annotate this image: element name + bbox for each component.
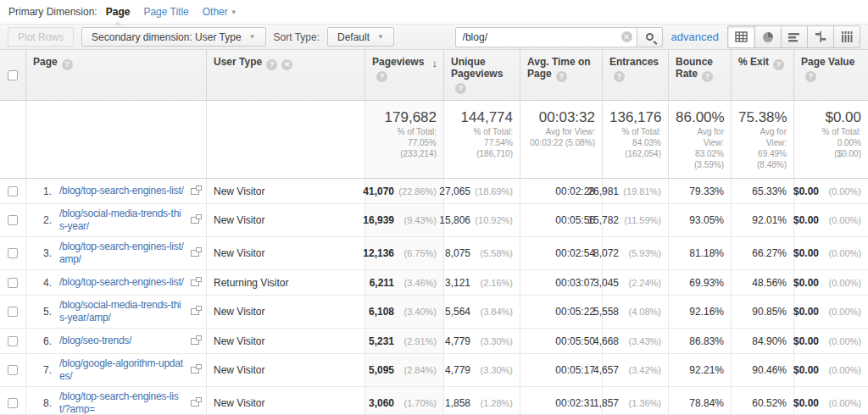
user-type-cell: New Visitor [206,204,364,236]
help-icon[interactable]: ? [805,71,816,82]
table-row: 5. /blog/social-media-trends-this-year/a… [0,296,868,329]
sort-descending-icon[interactable]: ↓ [432,58,438,69]
unique-pageviews-cell: 3,121 (2.16%) [443,270,520,295]
bounce-rate-cell: 81.18% [668,237,731,269]
comparison-view-icon [815,31,826,42]
search-box: ✕ [455,27,663,47]
percentage-view-icon [762,31,774,43]
secondary-dimension-button[interactable]: Secondary dimension: User Type▼ [81,27,265,47]
page-link[interactable]: /blog/top-search-engines-list/amp/ [59,241,185,266]
row-checkbox[interactable] [8,278,18,288]
clear-search-icon[interactable]: ✕ [621,31,632,42]
total-exit: 75.38% Avg for View: 69.49% (8.48%) [731,101,793,178]
help-icon[interactable]: ? [455,83,466,94]
help-icon[interactable]: ? [773,59,784,70]
select-all-checkbox[interactable] [8,70,18,80]
comparison-view-button[interactable] [807,26,833,47]
row-checkbox[interactable] [8,307,18,317]
column-header-entrances[interactable]: Entrances? [602,50,668,100]
primary-dimension-page[interactable]: Page [106,6,131,18]
open-page-icon[interactable] [191,400,199,407]
help-icon[interactable]: ? [614,71,625,82]
primary-dimension-label: Primary Dimension: [8,6,97,18]
advanced-search-link[interactable]: advanced [671,30,719,43]
column-header-unique-pageviews[interactable]: Unique Pageviews? [443,50,520,100]
open-page-icon[interactable] [191,308,199,315]
exit-cell: 90.46% [731,354,793,386]
open-page-icon[interactable] [191,367,199,374]
total-unique-pageviews: 144,774 % of Total: 77.54% (186,710) [443,101,520,178]
pageviews-cell: 5,231 (2.91%) [364,329,443,353]
unique-pageviews-cell: 5,564 (3.84%) [443,296,520,328]
help-icon[interactable]: ? [62,59,73,70]
page-link[interactable]: /blog/top-search-engines-list/ [59,276,184,289]
primary-dimension-page-title[interactable]: Page Title [143,6,188,18]
sort-type-button[interactable]: Default▼ [327,27,394,47]
table-row: 6. /blog/seo-trends/ New Visitor 5,231 (… [0,329,868,354]
column-header-page[interactable]: Page? [25,50,206,100]
user-type-cell: New Visitor [206,354,364,386]
page-link[interactable]: /blog/social-media-trends-this-year/ [59,208,185,233]
percentage-view-button[interactable] [754,26,781,47]
avg-time-cell: 00:02:54 [520,237,602,269]
table-row: 8. /blog/top-search-engines-list/?amp= N… [0,387,868,415]
total-pageviews: 179,682 % of Total: 77.05% (233,214) [364,101,443,178]
entrances-cell: 8,072 (5.93%) [602,237,668,269]
open-page-icon[interactable] [191,338,199,345]
total-avg-time: 00:03:32 Avg for View: 00:03:22 (5.08%) [520,101,602,178]
row-checkbox[interactable] [8,248,18,258]
help-icon[interactable]: ? [702,71,713,82]
page-link[interactable]: /blog/top-search-engines-list/ [59,185,184,197]
chevron-down-icon: ▼ [249,33,256,41]
page-link[interactable]: /blog/social-media-trends-this-year/amp/ [59,299,185,324]
row-checkbox[interactable] [8,215,18,225]
table-header-row: Page? User Type?✕ Pageviews?↓ Unique Pag… [0,50,868,101]
column-header-exit[interactable]: % Exit? [731,50,793,100]
table-view-button[interactable] [728,26,754,47]
page-value-cell: $0.00 (0.00%) [793,204,868,236]
entrances-cell: 4,657 (3.42%) [602,354,668,386]
open-page-icon[interactable] [191,250,199,257]
search-input[interactable] [455,27,637,47]
bounce-rate-cell: 92.21% [668,354,731,386]
plot-rows-button[interactable]: Plot Rows [8,27,74,47]
pageviews-cell: 5,095 (2.84%) [364,354,443,386]
page-link[interactable]: /blog/top-search-engines-list/?amp= [59,390,185,415]
sort-type-label: Sort Type: [274,31,320,43]
entrances-cell: 1,857 (1.36%) [602,387,668,415]
row-number: 6. [33,335,52,347]
user-type-cell: New Visitor [206,179,364,203]
table-row: 7. /blog/google-algorithm-updates/ New V… [0,354,868,387]
column-header-avg-time[interactable]: Avg. Time on Page? [520,50,602,100]
page-link[interactable]: /blog/seo-trends/ [59,335,131,347]
exit-cell: 48.56% [731,270,793,295]
pivot-view-button[interactable] [833,26,860,47]
row-number: 2. [33,214,52,226]
unique-pageviews-cell: 4,779 (3.30%) [443,354,520,386]
row-number: 4. [33,277,52,289]
performance-view-button[interactable] [781,26,807,47]
column-header-pageviews[interactable]: Pageviews?↓ [364,50,443,100]
help-icon[interactable]: ? [266,59,277,70]
selected-dimension-notch-icon [114,21,122,25]
open-page-icon[interactable] [191,217,199,224]
exit-cell: 92.01% [731,204,793,236]
primary-dimension-other[interactable]: Other▼ [203,6,237,18]
open-page-icon[interactable] [191,279,199,286]
help-icon[interactable]: ? [376,71,387,82]
column-header-page-value[interactable]: Page Value? [793,50,868,100]
row-checkbox[interactable] [8,336,18,346]
search-button[interactable] [637,27,663,47]
row-checkbox[interactable] [8,186,18,196]
remove-secondary-dimension-icon[interactable]: ✕ [281,59,292,70]
column-header-user-type[interactable]: User Type?✕ [206,50,364,100]
table-view-icon [735,31,748,42]
bounce-rate-cell: 92.16% [668,296,731,328]
help-icon[interactable]: ? [556,71,567,82]
column-header-bounce-rate[interactable]: Bounce Rate? [668,50,731,100]
open-page-icon[interactable] [191,188,199,195]
row-number: 3. [33,247,52,259]
row-checkbox[interactable] [8,365,18,375]
row-checkbox[interactable] [8,398,18,408]
page-link[interactable]: /blog/google-algorithm-updates/ [59,357,185,383]
